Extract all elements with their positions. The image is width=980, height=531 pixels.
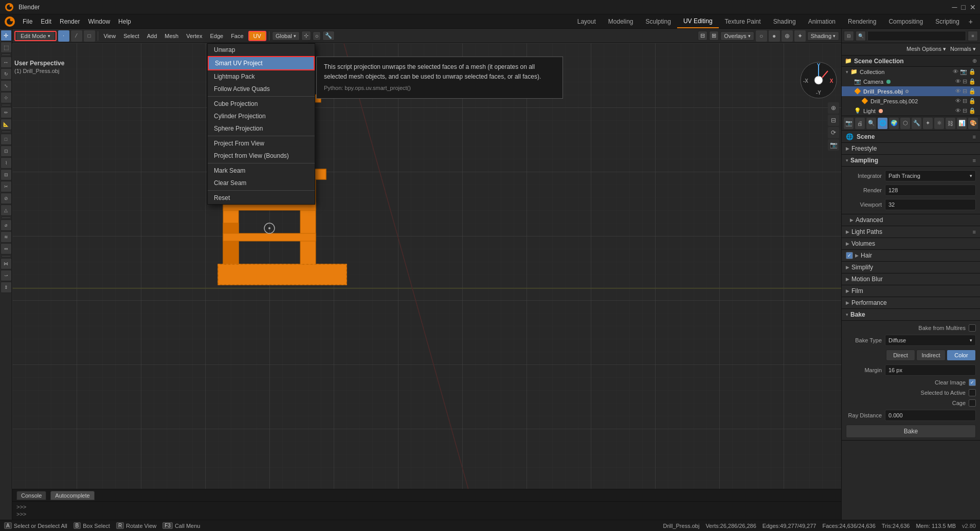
mesh-menu[interactable]: Mesh bbox=[161, 32, 182, 40]
prop-icon-object[interactable]: ⬡ bbox=[900, 118, 910, 129]
tool-measure[interactable]: 📐 bbox=[1, 119, 12, 130]
prop-icon-particles[interactable]: ✦ bbox=[923, 118, 933, 129]
tree-light[interactable]: 💡 Light 👁 ⊟ 🔒 bbox=[842, 106, 980, 116]
vertex-menu[interactable]: Vertex bbox=[183, 32, 205, 40]
section-advanced[interactable]: ▶ Advanced bbox=[842, 214, 980, 226]
menu-item-cylinder[interactable]: Cylinder Projection bbox=[208, 110, 315, 122]
material-btn[interactable]: ⊕ bbox=[782, 30, 793, 42]
tab-sculpting[interactable]: Sculpting bbox=[640, 14, 677, 28]
menu-item-mark-seam[interactable]: Mark Seam bbox=[208, 164, 315, 177]
tool-rotate[interactable]: ↻ bbox=[1, 68, 12, 80]
menu-window[interactable]: Window bbox=[84, 17, 114, 26]
tool-grab[interactable]: ↔ bbox=[1, 57, 12, 68]
tool-cursor[interactable]: ✛ bbox=[1, 30, 12, 41]
tool-inset[interactable]: ⊡ bbox=[1, 145, 12, 157]
collection-actions[interactable]: ⊕ bbox=[972, 58, 977, 64]
tool-extrude[interactable]: □ bbox=[1, 134, 12, 145]
collection-lock-icon[interactable]: 🔒 bbox=[969, 68, 976, 75]
d002-filter-icon[interactable]: ⊟ bbox=[963, 98, 967, 104]
search-input[interactable] bbox=[867, 31, 966, 41]
prop-icon-output[interactable]: 🖨 bbox=[855, 118, 865, 129]
tool-annotate[interactable]: ✏ bbox=[1, 107, 12, 118]
tool-bevel[interactable]: ⌇ bbox=[1, 157, 12, 169]
viewport-options-btn[interactable]: ⊟ bbox=[698, 31, 707, 41]
menu-item-sphere[interactable]: Sphere Projection bbox=[208, 122, 315, 135]
overlays-btn[interactable]: Overlays▾ bbox=[720, 31, 754, 41]
autocomplete-tab[interactable]: Autocomplete bbox=[50, 491, 94, 500]
normals-label[interactable]: Normals ▾ bbox=[950, 46, 976, 52]
menu-item-follow-active[interactable]: Follow Active Quads bbox=[208, 83, 315, 95]
menu-help[interactable]: Help bbox=[114, 17, 135, 26]
tab-scripting[interactable]: Scripting bbox=[929, 14, 966, 28]
section-hair[interactable]: ✓ ▶ Hair bbox=[842, 250, 980, 262]
select-menu[interactable]: Select bbox=[120, 32, 142, 40]
tool-rip[interactable]: ⤻ bbox=[1, 270, 12, 281]
tool-polyline[interactable]: △ bbox=[1, 205, 12, 216]
tool-transform[interactable]: ⊹ bbox=[1, 92, 12, 103]
prop-icon-data[interactable]: 📊 bbox=[957, 118, 967, 129]
solid-btn[interactable]: ● bbox=[769, 30, 780, 42]
prop-icon-material[interactable]: 🎨 bbox=[968, 118, 978, 129]
tab-add[interactable]: + bbox=[966, 15, 976, 28]
tab-layout[interactable]: Layout bbox=[571, 14, 602, 28]
prop-icon-world[interactable]: 🌍 bbox=[889, 118, 899, 129]
section-volumes[interactable]: ▶ Volumes bbox=[842, 238, 980, 250]
tool-push-pull[interactable]: ⇕ bbox=[1, 282, 12, 293]
rendered-btn[interactable]: ✦ bbox=[794, 30, 806, 42]
collection-eye-icon[interactable]: 👁 bbox=[953, 68, 958, 75]
tool-bisect[interactable]: ⊘ bbox=[1, 193, 12, 204]
transform-icons[interactable]: ⊹ bbox=[301, 31, 311, 41]
camera-eye-icon[interactable]: 👁 bbox=[955, 78, 961, 85]
tab-modeling[interactable]: Modeling bbox=[602, 14, 640, 28]
face-mode-btn[interactable]: □ bbox=[84, 30, 95, 42]
prop-icon-modifiers[interactable]: 🔧 bbox=[912, 118, 921, 129]
prop-icon-view[interactable]: 🔍 bbox=[866, 118, 876, 129]
menu-item-proj-view[interactable]: Project From View bbox=[208, 137, 315, 150]
section-bake-header[interactable]: ▾ Bake bbox=[842, 309, 980, 321]
tab-uv-editing[interactable]: UV Editing bbox=[677, 14, 719, 28]
menu-edit[interactable]: Edit bbox=[37, 17, 56, 26]
menu-item-unwrap[interactable]: Unwrap bbox=[208, 44, 315, 56]
bake-type-select[interactable]: Diffuse ▾ bbox=[885, 335, 976, 346]
selected-to-active-checkbox[interactable] bbox=[969, 389, 976, 396]
shading-btn[interactable]: Shading▾ bbox=[807, 31, 839, 41]
cage-checkbox[interactable] bbox=[969, 399, 976, 407]
tab-rendering[interactable]: Rendering bbox=[842, 14, 882, 28]
tree-camera[interactable]: 📷 Camera 👁 ⊟ 🔒 bbox=[842, 77, 980, 86]
prop-icon-physics[interactable]: ⚛ bbox=[934, 118, 944, 129]
d002-eye-icon[interactable]: 👁 bbox=[955, 98, 961, 104]
tree-drill-press[interactable]: 🔶 Drill_Press.obj ⚙ 👁 ⊟ 🔒 bbox=[842, 86, 980, 96]
vertex-mode-btn[interactable]: · bbox=[58, 30, 69, 42]
bake-button[interactable]: Bake bbox=[846, 425, 976, 438]
scene-view-btn[interactable]: ⊟ bbox=[844, 31, 854, 41]
tab-animation[interactable]: Animation bbox=[802, 14, 842, 28]
tool-edge-slide[interactable]: ⇔ bbox=[1, 243, 12, 254]
section-light-paths[interactable]: ▶ Light Paths ≡ bbox=[842, 226, 980, 238]
viewport-3d[interactable]: User Perspective (1) Drill_Press.obj Y X… bbox=[12, 43, 841, 489]
filter-btn[interactable]: 🔍 bbox=[856, 31, 866, 41]
tool-smooth[interactable]: ⌀ bbox=[1, 219, 12, 231]
drill-eye-icon[interactable]: 👁 bbox=[955, 88, 961, 95]
camera-lock-icon[interactable]: 🔒 bbox=[969, 78, 976, 85]
tab-compositing[interactable]: Compositing bbox=[882, 14, 929, 28]
prop-icon-constraints[interactable]: ⛓ bbox=[946, 118, 955, 129]
section-motion-blur[interactable]: ▶ Motion Blur bbox=[842, 273, 980, 285]
tool-select-box[interactable]: ⬚ bbox=[1, 42, 12, 53]
integrator-select[interactable]: Path Tracing ▾ bbox=[885, 170, 976, 181]
filter-options-btn[interactable]: ≡ bbox=[968, 31, 978, 41]
menu-item-smart-uv[interactable]: Smart UV Project bbox=[208, 56, 315, 70]
snap-btn[interactable]: 🔧 bbox=[322, 31, 335, 41]
light-lock-icon[interactable]: 🔒 bbox=[969, 107, 976, 114]
mesh-options-label[interactable]: Mesh Options ▾ bbox=[906, 46, 946, 52]
tree-drill-press-002[interactable]: 🔶 Drill_Press.obj.002 👁 ⊟ 🔒 bbox=[842, 96, 980, 106]
section-performance[interactable]: ▶ Performance bbox=[842, 297, 980, 309]
tool-loop-cut[interactable]: ⊟ bbox=[1, 169, 12, 180]
viewport-value[interactable]: 32 bbox=[885, 199, 976, 210]
proportional-edit-btn[interactable]: ○ bbox=[313, 31, 321, 41]
tree-collection[interactable]: ▾ 📁 Collection 👁 📷 🔒 bbox=[842, 67, 980, 77]
menu-item-cube[interactable]: Cube Projection bbox=[208, 98, 315, 110]
collection-cam-icon[interactable]: 📷 bbox=[960, 68, 967, 75]
transform-global-btn[interactable]: Global▾ bbox=[272, 31, 300, 41]
section-simplify[interactable]: ▶ Simplify bbox=[842, 262, 980, 273]
margin-value[interactable]: 16 px bbox=[885, 364, 976, 376]
